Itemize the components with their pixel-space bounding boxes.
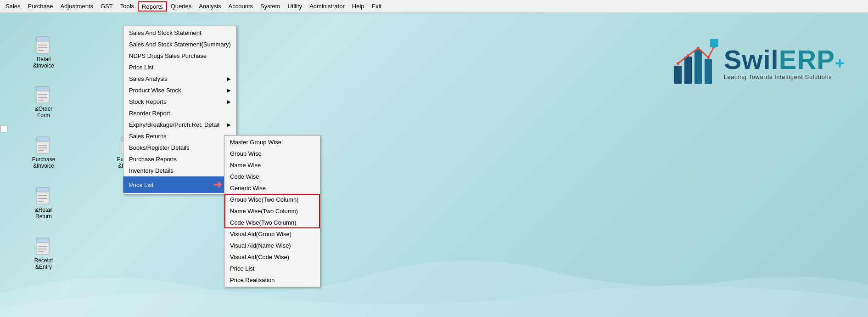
arrow-icon: ▶ [227,99,231,104]
purchase-invoice-icon [34,136,53,156]
dropdown-price-list[interactable]: Price List ➔ ▶ [123,176,236,193]
menubar: Sales Purchase Adjustments GST Tools Rep… [0,0,868,13]
menu-reports[interactable]: Reports [138,1,167,11]
menu-exit[interactable]: Exit [368,1,386,11]
price-list-submenu: Master Group Wise Group Wise Name Wise C… [224,135,320,287]
swilerp-logo: SwilERP+ Leading Towards Intelligent Sol… [670,38,845,89]
svg-point-34 [677,62,679,65]
menu-system[interactable]: System [257,1,284,11]
checkbox[interactable] [0,125,7,132]
submenu-price-list[interactable]: Price List [224,263,320,274]
dropdown-stock-reports[interactable]: Stock Reports ▶ [123,96,236,108]
dropdown-price-list-top[interactable]: Price List [123,62,236,73]
svg-rect-31 [684,57,692,84]
retail-return-label: &RetailReturn [35,207,53,220]
arrow-icon: ▶ [227,76,231,81]
dropdown-books-register[interactable]: Books/Register Details ▶ [123,142,236,153]
purchase-invoice-label: Purchase&Invoice [32,156,56,170]
dropdown-inventory-details[interactable]: Inventory Details ▶ [123,165,236,176]
menu-queries[interactable]: Queries [167,1,196,11]
svg-rect-21 [36,187,49,192]
plus-text: + [835,55,845,72]
dropdown-sales-analysis[interactable]: Sales Analysis ▶ [123,73,236,85]
submenu-code-wise-two-col[interactable]: Code Wise(Two Column) [224,217,320,228]
wave-decoration [0,202,868,317]
retail-invoice-label: Retail&Invoice [33,56,54,69]
desktop-icon-purchase-invoice[interactable]: Purchase&Invoice [25,136,62,170]
dropdown-purchase-reports[interactable]: Purchase Reports ▶ [123,153,236,165]
red-arrow-icon: ➔ [213,179,222,191]
svg-rect-33 [705,59,712,84]
menu-adjustments[interactable]: Adjustments [56,1,97,11]
erp-text: ERP [779,46,835,73]
reports-dropdown: Sales And Stock Statement Sales And Stoc… [123,26,237,194]
menu-help[interactable]: Help [348,1,368,11]
svg-rect-26 [36,238,49,243]
submenu-group-wise[interactable]: Group Wise [224,148,320,159]
desktop-icon-retail-invoice[interactable]: Retail&Invoice [25,36,62,69]
menu-sales[interactable]: Sales [2,1,24,11]
desktop: Retail&Invoice &OrderForm Purchase&Invoi… [0,13,868,317]
submenu-code-wise[interactable]: Code Wise [224,171,320,182]
reports-dropdown-menu: Sales And Stock Statement Sales And Stoc… [123,26,237,194]
submenu-generic-wise[interactable]: Generic Wise [224,182,320,194]
swil-text: Swil [724,46,779,73]
svg-point-36 [697,47,700,50]
dropdown-reorder-report[interactable]: Reorder Report [123,108,236,119]
desktop-icon-retail-return[interactable]: &RetailReturn [25,187,62,220]
menu-tools[interactable]: Tools [117,1,138,11]
order-form-label: &OrderForm [35,106,53,119]
retail-return-icon [34,187,53,207]
swilerp-chart-icon [670,38,720,89]
receipt-entry-label: Receipt&Entry [34,257,53,271]
dropdown-sales-stock-statement[interactable]: Sales And Stock Statement [123,27,236,39]
submenu-name-wise-two-col[interactable]: Name Wise(Two Column) [224,205,320,217]
svg-rect-32 [694,50,702,84]
dropdown-ndps-drugs[interactable]: NDPS Drugs Sales Purchase [123,50,236,62]
menu-purchase[interactable]: Purchase [24,1,57,11]
retail-invoice-icon [34,36,53,56]
tagline: Leading Towards Intelligent Solutions. [724,74,845,80]
submenu-price-realisation[interactable]: Price Realisation [224,274,320,286]
svg-rect-6 [36,86,49,91]
submenu-visual-aid-code[interactable]: Visual Aid(Code Wise) [224,251,320,263]
arrow-icon: ▶ [227,88,231,93]
receipt-entry-icon [34,237,53,257]
menu-utility[interactable]: Utility [284,1,306,11]
menu-analysis[interactable]: Analysis [195,1,224,11]
svg-rect-11 [36,137,49,142]
dropdown-product-wise-stock[interactable]: Product Wise Stock ▶ [123,85,236,96]
svg-rect-30 [674,66,682,84]
submenu-visual-aid-group[interactable]: Visual Aid(Group Wise) [224,228,320,240]
logo-text-area: SwilERP+ Leading Towards Intelligent Sol… [724,46,845,80]
desktop-icon-order-form[interactable]: &OrderForm [25,85,62,119]
svg-rect-1 [36,37,49,41]
submenu-visual-aid-name[interactable]: Visual Aid(Name Wise) [224,240,320,251]
arrow-icon: ▶ [227,122,231,127]
dropdown-sales-returns[interactable]: Sales Returns ▶ [123,130,236,142]
menu-accounts[interactable]: Accounts [225,1,257,11]
dropdown-sales-stock-summary[interactable]: Sales And Stock Statement(Summary) [123,39,236,50]
order-form-icon [34,85,53,106]
dropdown-expiry-breakage[interactable]: Expiry/Breakage/Purch.Ret. Detail ▶ [123,119,236,130]
desktop-icon-receipt-entry[interactable]: Receipt&Entry [25,237,62,271]
submenu-name-wise[interactable]: Name Wise [224,159,320,171]
menu-administrator[interactable]: Administrator [306,1,348,11]
submenu-group-wise-two-col[interactable]: Group Wise(Two Column) [224,194,320,205]
svg-point-35 [687,54,689,57]
submenu-master-group-wise[interactable]: Master Group Wise [224,136,320,148]
svg-rect-39 [710,39,718,47]
menu-gst[interactable]: GST [97,1,117,11]
